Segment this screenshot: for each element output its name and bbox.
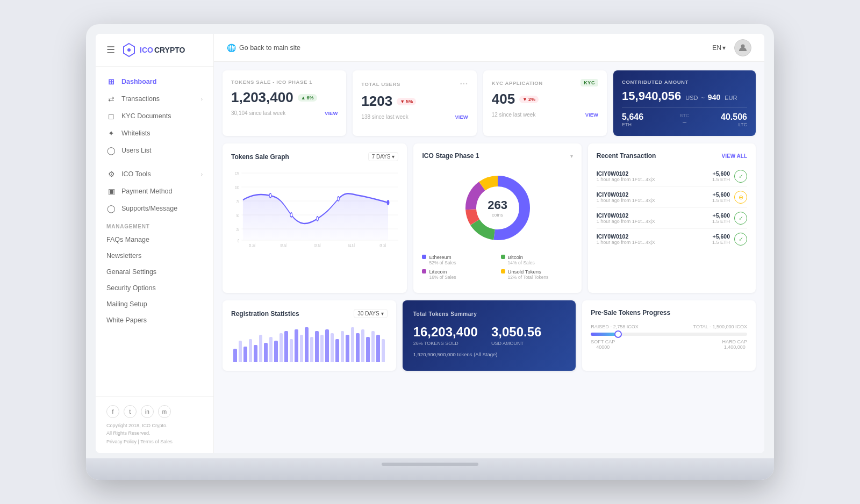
tx-info-2: ICIY0W0102 1 hour ago from 1F1t...4xjX [597, 191, 708, 203]
sidebar-item-mailing[interactable]: Mailing Setup [96, 296, 213, 312]
sidebar-item-users[interactable]: ◯ Users List [96, 142, 213, 159]
copyright-text: Copyright 2018, ICO Crypto.All Rights Re… [106, 422, 203, 437]
sidebar-item-transactions[interactable]: ⇄ Transactions › [96, 90, 213, 107]
sidebar-item-security[interactable]: Security Options [96, 280, 213, 296]
svg-text:02 Jul: 02 Jul [280, 243, 286, 248]
legend-ethereum: Ethereum 52% of Sales [422, 254, 494, 265]
unsold-name: Unsold Tokens [508, 269, 549, 275]
litecoin-pct: 16% of Sales [429, 275, 456, 280]
table-row: ICIY0W0102 1 hour ago from 1F1t...4xjX +… [597, 229, 747, 249]
period-selector[interactable]: 7 DAYS ▾ [368, 152, 399, 161]
back-link[interactable]: Go back to main site [239, 44, 300, 52]
donut-sub-label: coins [488, 212, 507, 218]
donut-number: 263 [488, 198, 507, 212]
ico-tools-icon: ⚙ [106, 170, 116, 178]
transactions-icon: ⇄ [106, 95, 116, 103]
tx-info-1: ICIY0W0102 1 hour ago from 1F1t...4xjX [597, 170, 708, 182]
tokens-sale-view[interactable]: VIEW [325, 110, 338, 116]
menu-toggle[interactable]: ☰ [106, 44, 115, 56]
unsold-pct: 12% of Total Tokens [508, 275, 549, 280]
sidebar-item-kyc[interactable]: ◻ KYC Documents [96, 107, 213, 125]
donut-legend: Ethereum 52% of Sales Bitcoin 14% [422, 254, 572, 280]
whitelists-icon: ✦ [106, 129, 116, 138]
sidebar: ☰ ICO CRYPTO ⊞ Dashboard ⇄ [96, 34, 214, 453]
header-left: 🌐 Go back to main site [227, 44, 300, 52]
sidebar-item-faqs[interactable]: FAQs Manage [96, 232, 213, 248]
laptop-frame: ☰ ICO CRYPTO ⊞ Dashboard ⇄ [86, 24, 774, 480]
line-chart: 125 100 75 50 25 0 [231, 168, 398, 248]
reg-bar [300, 335, 304, 362]
reg-bar [366, 337, 370, 362]
language-selector[interactable]: EN ▾ [712, 44, 726, 52]
contributed-usd-cur: USD [685, 95, 698, 101]
ethereum-dot [422, 255, 426, 259]
logo-area: ☰ ICO CRYPTO [96, 34, 213, 67]
reg-bar [233, 349, 237, 362]
registration-card: Registration Statistics 30 DAYS ▾ [223, 300, 396, 371]
linkedin-icon[interactable]: in [141, 405, 154, 418]
reg-bar [310, 337, 314, 362]
legend-litecoin: Litecoin 16% of Sales [422, 269, 494, 280]
view-all-link[interactable]: VIEW ALL [722, 153, 747, 159]
kyc-icon: ◻ [106, 112, 116, 120]
presale-title: Pre-Sale Tokens Progress [591, 309, 670, 316]
reg-bar [341, 331, 345, 362]
svg-text:25: 25 [236, 227, 239, 232]
reg-chart-header: Registration Statistics 30 DAYS ▾ [231, 309, 388, 318]
sidebar-item-newsletters[interactable]: Newsletters [96, 248, 213, 264]
sidebar-item-white-papers[interactable]: White Papers [96, 312, 213, 328]
medium-icon[interactable]: m [158, 405, 171, 418]
reg-bar [295, 329, 298, 362]
reg-period-selector[interactable]: 30 DAYS ▾ [354, 309, 387, 318]
terms-link[interactable]: Terms of Sales [140, 439, 173, 444]
header: 🌐 Go back to main site EN ▾ [214, 34, 764, 62]
kyc-view-link[interactable]: VIEW [585, 112, 598, 118]
sidebar-footer: f t in m Copyright 2018, ICO Crypto.All … [96, 396, 213, 453]
support-icon: ◯ [106, 204, 116, 213]
reg-bar [239, 341, 242, 362]
reg-bar [351, 327, 355, 362]
privacy-link[interactable]: Privacy Policy [106, 439, 137, 444]
sidebar-transactions-label: Transactions [121, 95, 160, 103]
chart-header: Tokens Sale Graph 7 DAYS ▾ [231, 152, 398, 161]
presale-progress-track [591, 333, 747, 336]
card-dots-menu[interactable]: ··· [460, 79, 468, 89]
facebook-icon[interactable]: f [106, 405, 119, 418]
presale-header: Pre-Sale Tokens Progress [591, 309, 747, 316]
total-users-view[interactable]: VIEW [455, 114, 468, 120]
reg-bar [264, 343, 268, 362]
transactions-arrow: › [201, 96, 203, 102]
contributed-crypto-row: 5,646 ETH BTC ~ 40.506 LTC [622, 107, 747, 127]
bottom-row: Registration Statistics 30 DAYS ▾ [223, 300, 756, 371]
tokens-summary-card: Total Tokens Summary 16,203,400 26% TOKE… [403, 300, 576, 371]
sidebar-item-whitelists[interactable]: ✦ Whitelists [96, 125, 213, 142]
svg-point-19 [387, 200, 389, 205]
tokens-sold-label: 26% TOKENS SOLD [413, 341, 487, 346]
sidebar-item-payment[interactable]: ▣ Payment Method [96, 183, 213, 200]
sidebar-item-general-settings[interactable]: Genaral Settings [96, 264, 213, 280]
user-avatar[interactable] [734, 39, 751, 56]
ico-stage-card: ICO Stage Phase 1 ▾ [413, 143, 581, 293]
svg-point-17 [317, 217, 319, 221]
reg-bar [280, 333, 283, 362]
total-users-sub: 138 since last week VIEW [361, 114, 468, 120]
svg-text:01 Jul: 01 Jul [249, 243, 255, 248]
tokens-summary-title: Total Tokens Summary [413, 311, 565, 317]
tokens-usd-value: 3,050.56 [491, 325, 565, 340]
sidebar-item-dashboard[interactable]: ⊞ Dashboard [96, 73, 213, 90]
twitter-icon[interactable]: t [124, 405, 137, 418]
sidebar-mailing-label: Mailing Setup [106, 300, 147, 308]
sidebar-item-ico-tools[interactable]: ⚙ ICO Tools › [96, 165, 213, 183]
tokens-sale-value: 1,203,400 ▲ 6% [231, 89, 338, 106]
reg-bar [274, 341, 278, 362]
reg-bar [382, 339, 385, 362]
main-content: 🌐 Go back to main site EN ▾ [214, 34, 764, 453]
reg-bar [325, 329, 329, 362]
sidebar-item-support[interactable]: ◯ Supports/Message [96, 200, 213, 217]
tokens-sold-section: 16,203,400 26% TOKENS SOLD [413, 325, 487, 346]
sidebar-security-label: Security Options [106, 284, 156, 292]
reg-bar [249, 339, 253, 362]
header-right: EN ▾ [712, 39, 751, 56]
svg-point-1 [127, 48, 131, 52]
logo-hexagon-icon [121, 42, 137, 57]
